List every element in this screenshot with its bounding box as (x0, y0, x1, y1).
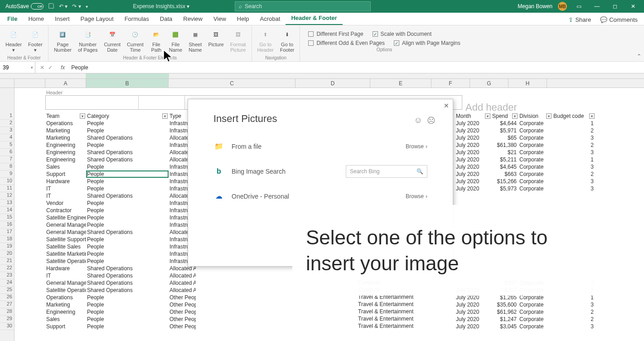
tab-acrobat[interactable]: Acrobat (255, 13, 286, 25)
tab-review[interactable]: Review (178, 13, 208, 25)
opt-diff-odd[interactable]: Different Odd & Even Pages (308, 40, 385, 46)
filter-icon[interactable]: ▾ (485, 113, 490, 119)
browse-onedrive-link[interactable]: Browse › (406, 193, 427, 200)
table-row[interactable]: July 2020$4,644Corporate1 (455, 120, 596, 127)
col-header-D[interactable]: D (295, 79, 370, 88)
autosave-switch[interactable]: Off (31, 3, 44, 10)
row-header-1[interactable]: 1 (0, 112, 14, 120)
col-header-H[interactable]: H (508, 79, 547, 88)
row-header-2[interactable]: 2 (0, 120, 14, 127)
filename[interactable]: Expense Insights.xlsx ▾ (88, 3, 235, 10)
table-row[interactable] (455, 192, 596, 200)
table-row[interactable]: July 2020$65Corporate3 (455, 134, 596, 141)
from-file-option[interactable]: 📁 From a file Browse › (213, 134, 427, 159)
row-header-9[interactable]: 9 (0, 170, 14, 178)
table-row[interactable]: MarketingPeopleOther People (45, 301, 196, 308)
th-team[interactable]: Team▾ (45, 113, 86, 119)
table-row[interactable]: Satellite SalesPeopleInfrastru (45, 243, 196, 250)
filter-icon[interactable]: ▾ (512, 113, 518, 119)
row-header-30[interactable]: 30 (0, 323, 14, 330)
table-row[interactable]: July 2020$35,600Corporate3 (455, 301, 596, 308)
tab-help[interactable]: Help (232, 13, 255, 25)
goto-footer-button[interactable]: ⬇Go toFooter (277, 27, 297, 54)
table-row[interactable]: MarketingShared OperationsAllocate (45, 134, 196, 141)
table-row[interactable]: OperationsPeopleInfrastru (45, 120, 196, 127)
table-row[interactable]: EngineeringShared OperationsAllocate (45, 156, 196, 163)
opt-diff-first[interactable]: Different First Page (308, 31, 363, 37)
table-row[interactable]: Satellite OperatioShared OperationsAlloc… (45, 287, 196, 294)
table-row[interactable]: HardwarePeopleInfrastru (45, 178, 196, 185)
current-time-button[interactable]: 🕒CurrentTime (124, 27, 146, 54)
table-row[interactable]: Satellite OperatioPeopleInfrastructure (45, 258, 196, 265)
number-pages-button[interactable]: 📑Numberof Pages (75, 27, 100, 54)
collapse-ribbon-icon[interactable]: ⌃ (637, 53, 641, 59)
row-header-8[interactable]: 8 (0, 163, 14, 170)
table-row[interactable]: Satellite EngineeriPeopleInfrastru (45, 214, 196, 221)
filter-icon[interactable]: ▾ (80, 113, 85, 119)
row-header-13[interactable]: 13 (0, 200, 14, 207)
tab-insert[interactable]: Insert (49, 13, 75, 25)
row-header-6[interactable]: 6 (0, 149, 14, 156)
cancel-fx-icon[interactable]: ✕ (40, 64, 44, 71)
feedback-smile-icon[interactable]: ☺ (414, 116, 422, 126)
col-header-B[interactable]: B (86, 79, 169, 88)
undo-icon[interactable]: ↶ ▾ (59, 3, 68, 10)
th-category[interactable]: Category▾ (86, 113, 169, 119)
opt-align[interactable]: ✓Align with Page Margins (394, 40, 460, 46)
row-header-5[interactable]: 5 (0, 141, 14, 149)
table-row[interactable]: SupportPeopleInfrastru (45, 170, 196, 178)
table-row[interactable]: MarketingPeopleInfrastru (45, 127, 196, 134)
row-header-16[interactable]: 16 (0, 221, 14, 229)
table-row[interactable]: OperationsPeopleOther People (45, 294, 196, 301)
select-all-corner[interactable] (0, 79, 15, 88)
row-header-15[interactable]: 15 (0, 214, 14, 221)
row-header-25[interactable]: 25 (0, 287, 14, 294)
browse-file-link[interactable]: Browse › (406, 143, 427, 150)
col-header-C[interactable]: C (169, 79, 295, 88)
row-header-17[interactable]: 17 (0, 229, 14, 236)
tab-view[interactable]: View (208, 13, 232, 25)
row-header-7[interactable]: 7 (0, 156, 14, 163)
tab-formulas[interactable]: Formulas (119, 13, 155, 25)
search-box[interactable]: ⌕ Search (235, 1, 371, 11)
header-button[interactable]: 📄Header▾ (3, 27, 24, 54)
ribbon-display-icon[interactable]: ▭ (572, 2, 585, 11)
row-header-29[interactable]: 29 (0, 316, 14, 323)
row-header-26[interactable]: 26 (0, 294, 14, 301)
col-header-F[interactable]: F (431, 79, 470, 88)
name-box[interactable]: 39 (0, 62, 35, 73)
table-row[interactable]: EngineeringPeopleInfrastru (45, 141, 196, 149)
username[interactable]: Megan Bowen (518, 3, 552, 10)
feedback-frown-icon[interactable]: ☹ (427, 116, 436, 126)
table-row[interactable]: ITPeopleInfrastru (45, 185, 196, 192)
opt-scale[interactable]: ✓Scale with Document (373, 31, 432, 37)
page-number-button[interactable]: #️⃣PageNumber (51, 27, 74, 54)
col-header-E[interactable]: E (370, 79, 431, 88)
bing-search-option[interactable]: b Bing Image Search Search Bing 🔍 (213, 159, 427, 184)
table-row[interactable]: July 2020$15,266Corporate3 (455, 178, 596, 185)
avatar[interactable]: MB (558, 2, 567, 11)
table-row[interactable]: July 2020$4,645Corporate3 (455, 163, 596, 170)
col-header-G[interactable]: G (470, 79, 508, 88)
col-header-A[interactable]: A (45, 79, 86, 88)
redo-icon[interactable]: ↷ ▾ (72, 3, 81, 10)
row-header-23[interactable]: 23 (0, 272, 14, 279)
row-header-4[interactable]: 4 (0, 134, 14, 141)
tab-page-layout[interactable]: Page Layout (75, 13, 119, 25)
table-row[interactable]: EngineeringShared OperationsAllocate (45, 149, 196, 156)
table-row[interactable]: EngineeringPeopleOther People (45, 308, 196, 316)
table-row[interactable]: July 2020$5,971Corporate2 (455, 127, 596, 134)
table-row[interactable]: July 2020$1,247Corporate2 (455, 316, 596, 323)
table-row[interactable]: ITShared OperationsAllocate (45, 192, 196, 200)
table-row[interactable]: ContractorPeopleInfrastru (45, 207, 196, 214)
row-header-22[interactable]: 22 (0, 265, 14, 272)
file-name-button[interactable]: 🟩FileName (166, 27, 185, 54)
sheet-name-button[interactable]: ▦SheetName (186, 27, 204, 54)
row-header-21[interactable]: 21 (0, 258, 14, 265)
th-spend[interactable]: Spend▾ (491, 113, 518, 119)
table-row[interactable]: Satellite MarketinPeopleInfrastructure (45, 250, 196, 258)
data-table-left[interactable]: Team▾Category▾Type▾OperationsPeopleInfra… (45, 112, 196, 330)
filter-icon[interactable]: ▾ (546, 113, 552, 119)
th-budget-code[interactable]: Budget code▾ (552, 113, 596, 119)
row-header-14[interactable]: 14 (0, 207, 14, 214)
